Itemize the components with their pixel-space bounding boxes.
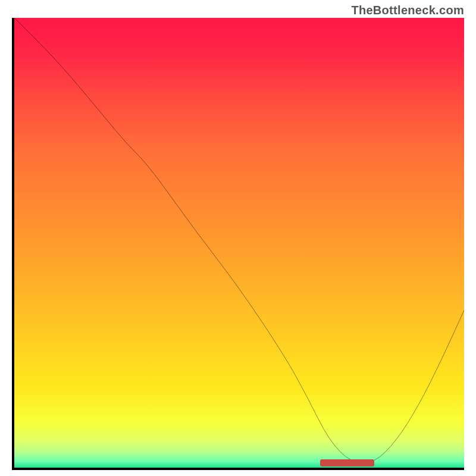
trough-marker: [320, 459, 374, 466]
bottleneck-curve: [14, 18, 464, 468]
curve-path: [14, 18, 464, 463]
attribution-text: TheBottleneck.com: [351, 4, 464, 17]
bottleneck-chart: [12, 18, 464, 470]
